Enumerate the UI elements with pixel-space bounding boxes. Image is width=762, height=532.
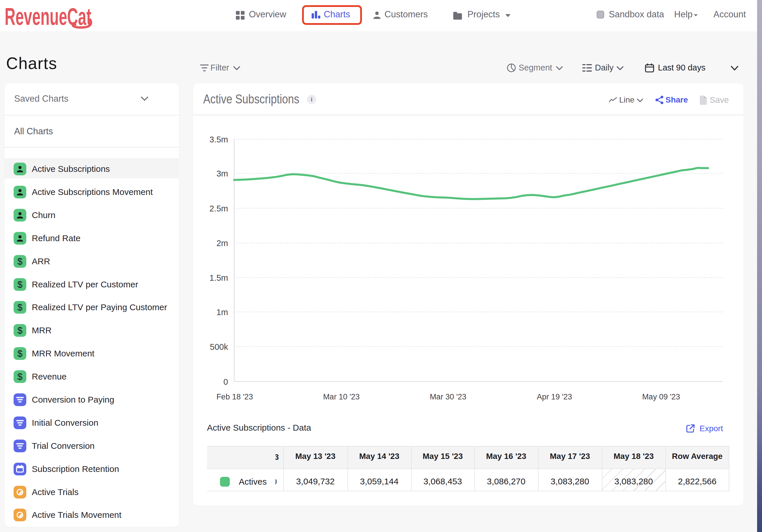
svg-text:2.5m: 2.5m <box>209 204 228 213</box>
svg-text:$: $ <box>17 302 23 312</box>
svg-text:May 09 '23: May 09 '23 <box>642 392 680 401</box>
svg-text:$: $ <box>17 371 23 382</box>
svg-text:1m: 1m <box>216 307 228 317</box>
svg-text:Apr 19 '23: Apr 19 '23 <box>537 392 572 401</box>
svg-text:$: $ <box>17 279 23 290</box>
svg-text:RevenueCat: RevenueCat <box>5 3 91 30</box>
svg-text:2m: 2m <box>216 238 228 248</box>
svg-text:3.5m: 3.5m <box>209 135 228 144</box>
svg-text:3m: 3m <box>216 169 228 178</box>
svg-text:$: $ <box>17 325 23 336</box>
svg-text:1.5m: 1.5m <box>209 273 228 283</box>
svg-text:$: $ <box>17 256 23 267</box>
svg-text:500k: 500k <box>210 342 228 352</box>
svg-text:Mar 30 '23: Mar 30 '23 <box>430 392 467 401</box>
svg-text:$: $ <box>17 348 23 359</box>
svg-text:Mar 10 '23: Mar 10 '23 <box>323 392 360 401</box>
svg-text:0: 0 <box>223 377 228 386</box>
svg-text:Feb 18 '23: Feb 18 '23 <box>216 392 253 401</box>
